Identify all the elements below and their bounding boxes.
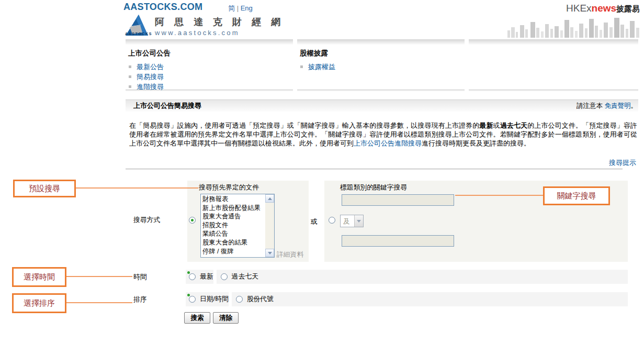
chevron-down-icon [357,220,361,223]
nav-list-announcements: 最新公告 簡易搜尋 進階搜尋 [126,62,293,92]
section-title-bar: 上市公司公告簡易搜尋 請注意本 免責聲明。 [126,99,638,112]
callout-select-time: 選擇時間 [12,267,66,287]
select-dropdown-button[interactable] [354,215,363,227]
bullet-square-icon [300,65,303,68]
text-segment: 最新 [479,121,493,129]
sort-option[interactable]: 日期/時間 [186,292,229,306]
search-method-label: 搜尋方式 [133,216,160,225]
and-operator-value: 及 [341,215,354,227]
lang-english-link[interactable]: Eng [241,4,253,12]
time-label: 時間 [133,273,147,282]
nav-item[interactable]: 簡易搜尋 [126,72,293,82]
text-segment: 過去七天 [500,121,528,129]
search-tips-link[interactable]: 搜尋提示 [609,159,636,167]
nav-strip [126,39,293,45]
skyline-graphic [506,15,640,38]
logo-wordmark: AASTOCKS [125,32,152,36]
callout-line [76,187,198,189]
hkex-text: HKEx [566,3,592,14]
hkex-chinese-text: 披露易 [616,4,640,13]
nav-column-announcements: 上市公司公告 最新公告 簡易搜尋 進階搜尋 [126,39,293,90]
notice-suffix: 。 [631,102,638,109]
search-button[interactable]: 搜索 [184,312,210,324]
document-type-options: 財務報表 新上市股份配發結果 股東大會通告 招股文件 業績公告 股東大會的結果 … [201,194,265,257]
predefined-search-radio[interactable] [189,217,196,224]
lang-separator: | [237,4,239,12]
nav-strip [297,39,465,45]
hkexnews-logo: HKExnews披露易 [566,3,640,14]
keyword-search-radio[interactable] [329,217,335,224]
language-switch: 简 | Eng [228,4,253,13]
time-option-radio[interactable] [221,273,228,280]
keyword-input-1[interactable] [342,194,454,206]
details-link[interactable]: 詳細資料 [277,250,303,259]
inline-link[interactable]: 上市公司公告進階搜尋 [354,139,422,147]
text-segment: 進行搜尋時期更長及更詳盡的搜尋。 [422,139,530,147]
search-tips-row: 搜尋提示 [126,158,636,168]
nav-list-disclosure: 披露權益 [297,62,465,72]
notice-prefix: 請注意本 [577,102,604,109]
text-segment: 在「簡易搜尋」設施內，使用者可透過「預定搜尋」或「關鍵字搜尋」輸入基本的搜尋參數… [129,121,479,129]
keyword-input-2[interactable] [342,235,454,247]
sort-option[interactable]: 股份代號 [232,292,628,306]
nav-column-disclosure: 股權披露 披露權益 [297,39,465,90]
time-options-row: 最新 過去七天 [186,270,628,284]
intro-paragraph: 在「簡易搜尋」設施內，使用者可透過「預定搜尋」或「關鍵字搜尋」輸入基本的搜尋參數… [129,121,637,148]
aastocks-simple-search-page: AASTOCKS.COM 简 | Eng AASTOCKS 阿 思 達 克 財 … [0,0,644,343]
sort-option-radio[interactable] [189,296,196,303]
nav-item[interactable]: 進階搜尋 [126,82,293,92]
site-chinese-name: 阿 思 達 克 財 經 網 [155,16,284,28]
nav-heading-disclosure: 股權披露 [300,49,465,58]
sort-option-label: 日期/時間 [200,295,229,304]
nav-column-empty [469,39,638,90]
text-segment: 或 [493,121,500,129]
scroll-up-button[interactable] [265,194,274,203]
sort-options-row: 日期/時間 股份代號 [186,292,628,306]
bullet-square-icon [129,85,131,88]
callout-line [66,302,132,303]
hkex-news-text: news [592,3,617,14]
document-type-option[interactable]: 新上市股份配發結果 [201,204,265,213]
document-type-option[interactable]: 股東大會的結果 [201,238,265,247]
document-type-listbox[interactable]: 財務報表 新上市股份配發結果 股東大會通告 招股文件 業績公告 股東大會的結果 … [200,194,275,258]
sort-option-radio[interactable] [236,296,243,303]
time-option-radio[interactable] [189,273,196,280]
site-url: www.aastocks.com [155,29,240,37]
document-type-option[interactable]: 業績公告 [201,229,265,238]
document-type-option[interactable]: 停牌 / 復牌 [201,247,265,256]
page-title: 上市公司公告簡易搜尋 [133,101,201,110]
disclaimer-notice: 請注意本 免責聲明。 [577,102,637,110]
clear-button[interactable]: 清除 [213,312,239,324]
arrow-down-icon [268,252,272,255]
callout-select-sort: 選擇排序 [12,293,66,313]
bullet-square-icon [129,65,131,68]
time-option[interactable]: 過去七天 [217,270,628,284]
nav-link[interactable]: 披露權益 [308,62,335,72]
callout-line [66,276,132,277]
scroll-down-button[interactable] [265,249,274,257]
and-operator-select[interactable]: 及 [340,215,364,227]
arrow-up-icon [268,197,272,200]
keyword-search-label: 標題類別的關鍵字搜尋 [340,183,407,192]
nav-item[interactable]: 披露權益 [297,62,465,72]
listbox-scrollbar[interactable] [265,194,274,257]
section-divider [126,169,623,169]
callout-predefined-search: 預設搜尋 [13,180,76,197]
document-type-option[interactable]: 股東大會通告 [201,212,265,221]
time-option-label: 最新 [200,272,213,281]
site-name: AASTOCKS.COM [123,2,202,13]
sort-label: 排序 [133,295,147,304]
document-type-option[interactable]: 財務報表 [201,195,265,204]
lang-simplified-link[interactable]: 简 [228,4,235,12]
predefined-docs-label: 搜尋預先界定的文件 [199,183,259,192]
nav-link[interactable]: 簡易搜尋 [137,72,164,82]
nav-heading-announcements: 上市公司公告 [128,49,293,58]
nav-item[interactable]: 最新公告 [126,62,293,72]
nav-link[interactable]: 最新公告 [137,62,164,72]
callout-line [455,195,543,196]
document-type-option[interactable]: 招股文件 [201,221,265,230]
bullet-square-icon [129,75,131,78]
disclaimer-link[interactable]: 免責聲明 [605,102,631,109]
or-label: 或 [311,217,318,226]
nav-link[interactable]: 進階搜尋 [137,82,164,92]
